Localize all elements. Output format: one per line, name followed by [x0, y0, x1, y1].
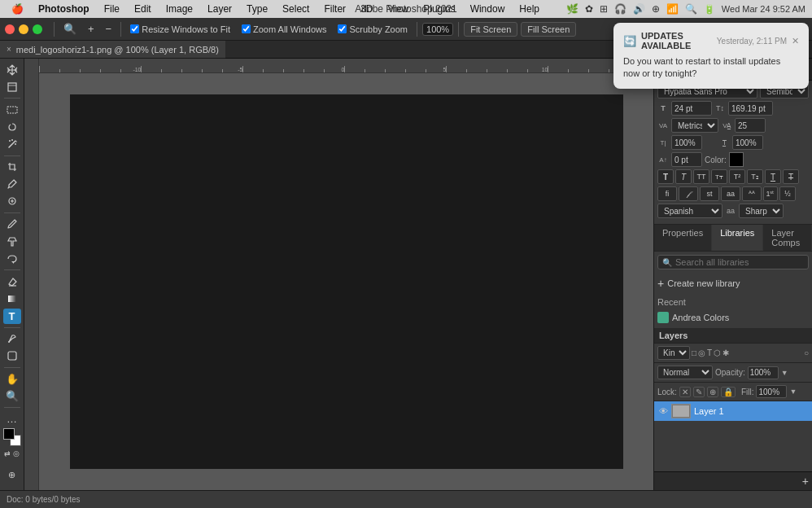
menu-layer[interactable]: Layer [203, 0, 237, 18]
scrubby-zoom-label[interactable]: Scrubby Zoom [334, 23, 412, 36]
blend-mode-select[interactable]: Normal [657, 366, 713, 379]
italic-text-btn[interactable]: T [675, 169, 692, 184]
foreground-swatch[interactable] [3, 428, 15, 440]
close-button[interactable] [5, 24, 15, 34]
shape-tool[interactable] [3, 348, 21, 364]
menu-select[interactable]: Select [277, 0, 314, 18]
opacity-arrow[interactable]: ▼ [781, 369, 788, 377]
zoom-in-btn[interactable]: + [84, 21, 98, 37]
menu-help[interactable]: Help [514, 0, 544, 18]
lasso-tool[interactable] [3, 119, 21, 134]
fg-bg-swatches[interactable] [3, 428, 21, 446]
tracking-input[interactable] [735, 118, 766, 133]
move-tool[interactable] [3, 62, 21, 77]
resize-windows-checkbox[interactable] [130, 24, 139, 33]
tab-properties[interactable]: Properties [654, 225, 712, 251]
hand-tool[interactable]: ✋ [3, 371, 21, 387]
pen-tool[interactable] [3, 331, 21, 347]
fractions-btn[interactable]: ½ [779, 186, 796, 201]
kerning-select[interactable]: Metrics [671, 118, 718, 133]
underline-btn[interactable]: T [765, 169, 781, 184]
library-search-input[interactable] [675, 257, 804, 267]
scrubby-zoom-checkbox[interactable] [338, 24, 347, 33]
filter-icon-adj[interactable]: ◎ [698, 348, 705, 357]
old-style-btn[interactable]: 𝒻 [679, 186, 698, 201]
ordinals-btn[interactable]: 1ˢᵗ [763, 186, 778, 201]
layer-visibility-toggle[interactable]: 👁 [659, 406, 668, 416]
search-icon[interactable]: 🔍 [685, 3, 697, 15]
lock-pixel-btn[interactable]: ✕ [679, 387, 691, 397]
maximize-button[interactable] [33, 24, 42, 34]
menu-edit[interactable]: Edit [129, 0, 156, 18]
baseline-input[interactable] [671, 152, 702, 167]
reset-swatches[interactable]: ◎ [13, 449, 20, 458]
screen-mode-btn[interactable]: ⊕ [3, 466, 21, 484]
crop-tool[interactable] [3, 160, 21, 175]
bold-text-btn[interactable]: T [657, 169, 674, 184]
menu-photoshop[interactable]: Photoshop [33, 0, 94, 18]
artboard-tool[interactable] [3, 79, 21, 94]
menu-image[interactable]: Image [161, 0, 198, 18]
swap-swatches[interactable]: ⇄ [4, 449, 11, 458]
fit-screen-btn[interactable]: Fit Screen [464, 22, 517, 37]
heal-tool[interactable] [3, 194, 21, 209]
tab-layer-comps[interactable]: Layer Comps [763, 225, 812, 251]
document-tab[interactable]: × medi_logoshoriz1-1.png @ 100% (Layer 1… [0, 41, 225, 59]
lock-artboard-btn[interactable]: ⊕ [707, 387, 718, 397]
create-library-btn[interactable]: + Create new library [657, 274, 809, 292]
layer-filter-kind[interactable]: Kind [657, 346, 690, 360]
wand-tool[interactable] [3, 137, 21, 152]
eyedropper-tool[interactable] [3, 177, 21, 192]
fill-screen-btn[interactable]: Fill Screen [521, 22, 576, 37]
scale-h-input[interactable] [671, 135, 702, 150]
resize-windows-label[interactable]: Resize Windows to Fit [126, 23, 234, 36]
apple-menu[interactable]: 🍎 [7, 0, 28, 18]
zoom-tool-icon[interactable]: 🔍 [59, 21, 81, 37]
eraser-tool[interactable] [3, 274, 21, 289]
canvas-content[interactable] [39, 73, 653, 490]
filter-icon-type[interactable]: T [707, 348, 712, 357]
stamp-tool[interactable] [3, 234, 21, 249]
filter-icon-smart[interactable]: ✱ [723, 348, 729, 357]
filter-icon-px[interactable]: □ [692, 348, 696, 357]
tab-libraries[interactable]: Libraries [712, 225, 763, 251]
filter-toggle[interactable]: ○ [804, 348, 809, 357]
caps-aa-btn[interactable]: ᴬᴬ [742, 186, 762, 201]
zoom-all-checkbox[interactable] [242, 24, 251, 33]
leading-input[interactable] [728, 101, 773, 116]
text-color-swatch[interactable] [729, 152, 744, 167]
opacity-input[interactable] [748, 366, 779, 379]
notif-close-btn[interactable]: ✕ [792, 36, 799, 46]
subscript-btn[interactable]: T₂ [747, 169, 763, 184]
menu-window[interactable]: Window [465, 0, 510, 18]
antialiasing-select[interactable]: Sharp [739, 204, 784, 218]
document-canvas[interactable] [70, 94, 623, 469]
stylistic-btn[interactable]: st [700, 186, 719, 201]
library-item-andrea[interactable]: Andrea Colors [657, 310, 809, 325]
menu-filter[interactable]: Filter [319, 0, 351, 18]
ligature-fi-btn[interactable]: fi [657, 186, 677, 201]
superscript-btn[interactable]: T² [729, 169, 745, 184]
gradient-tool[interactable] [3, 291, 21, 306]
menu-type[interactable]: Type [242, 0, 273, 18]
marquee-tool[interactable] [3, 102, 21, 117]
menu-file[interactable]: File [99, 0, 124, 18]
brush-tool[interactable] [3, 217, 21, 232]
lock-all-btn[interactable]: 🔒 [721, 387, 736, 397]
extra-tool[interactable]: … [3, 411, 21, 427]
lock-position-btn[interactable]: ✎ [693, 387, 705, 397]
minimize-button[interactable] [19, 24, 28, 34]
fill-input[interactable] [756, 385, 787, 398]
library-search-row[interactable]: 🔍 [657, 255, 809, 269]
allcaps-btn[interactable]: TT [693, 169, 709, 184]
filter-icon-shape[interactable]: ⬡ [714, 348, 721, 357]
layer-item-1[interactable]: 👁 Layer 1 [654, 401, 812, 421]
zoom-all-label[interactable]: Zoom All Windows [238, 23, 330, 36]
zoom-nav-tool[interactable]: 🔍 [3, 388, 21, 404]
add-library-item-btn[interactable]: + [802, 475, 809, 488]
aa-smooth-btn[interactable]: aa [721, 186, 740, 201]
zoom-out-btn[interactable]: − [102, 21, 116, 37]
strikethrough-btn[interactable]: T [783, 169, 799, 184]
history-brush-tool[interactable] [3, 251, 21, 266]
font-size-input[interactable] [671, 101, 712, 116]
